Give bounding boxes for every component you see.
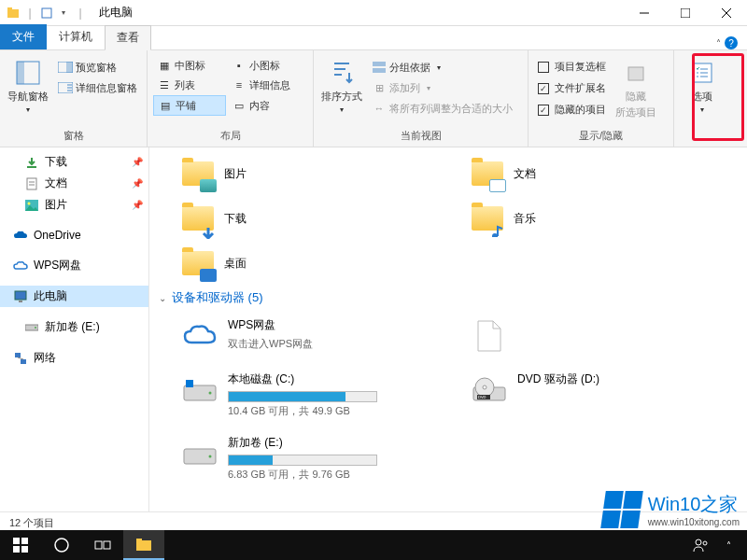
small-icons-icon: ▪ (232, 58, 247, 73)
tray-chevron-icon[interactable]: ˄ (717, 530, 740, 560)
svg-rect-54 (13, 546, 20, 553)
folder-music[interactable]: 音乐 (467, 198, 738, 239)
ribbon: 导航窗格 ▾ 预览窗格 详细信息窗格 窗格 ▦中图标 ▪小图标 ☰列表 ≡详细信… (0, 50, 747, 147)
nav-downloads[interactable]: 下载📌 (0, 151, 148, 173)
list-icon: ☰ (157, 77, 172, 92)
checkbox-checked-icon: ✓ (538, 105, 549, 116)
svg-rect-10 (66, 62, 73, 73)
tab-computer[interactable]: 计算机 (47, 24, 105, 49)
group-label-view: 当前视图 (319, 127, 522, 145)
sort-button[interactable]: 排序方式 ▾ (319, 54, 364, 114)
explorer-icon (6, 6, 21, 21)
checkbox-icon (538, 62, 549, 73)
help-icon[interactable]: ? (725, 36, 738, 49)
svg-rect-44 (186, 380, 193, 387)
disk-icon (181, 371, 218, 409)
close-button[interactable] (706, 0, 747, 26)
group-label-layout: 布局 (153, 127, 307, 145)
checkbox-extensions[interactable]: ✓文件扩展名 (534, 79, 610, 97)
disk-icon (181, 435, 218, 472)
pin-icon: 📌 (132, 200, 143, 210)
item-count: 12 个项目 (9, 516, 54, 530)
chevron-down-icon: ▾ (700, 105, 704, 114)
svg-rect-0 (7, 9, 19, 18)
collapse-ribbon-icon[interactable]: ˄ (716, 38, 721, 49)
nav-documents[interactable]: 文档📌 (0, 173, 148, 194)
svg-rect-38 (15, 353, 21, 357)
layout-list[interactable]: ☰列表 (153, 76, 226, 94)
layout-small[interactable]: ▪小图标 (228, 56, 301, 75)
cortana-button[interactable] (41, 530, 82, 560)
group-by-button[interactable]: 分组依据▾ (368, 58, 516, 77)
folder-icon (181, 202, 215, 235)
group-icon (372, 60, 387, 75)
fit-columns-button[interactable]: ↔将所有列调整为合适的大小 (368, 99, 516, 118)
details-icon: ≡ (232, 77, 247, 92)
onedrive-icon (13, 228, 28, 243)
layout-content[interactable]: ▭内容 (228, 95, 301, 116)
nav-thispc[interactable]: 此电脑 (0, 286, 148, 307)
folder-desktop[interactable]: 桌面 (177, 243, 448, 284)
qat-dropdown-icon[interactable]: ▾ (56, 6, 71, 21)
hide-selected-button[interactable]: 隐藏 所选项目 (613, 54, 658, 119)
svg-rect-55 (21, 546, 28, 553)
nav-volume-e[interactable]: 新加卷 (E:) (0, 316, 148, 338)
folder-downloads[interactable]: 下载 (177, 198, 448, 239)
taskview-button[interactable] (82, 530, 123, 560)
drive-e[interactable]: 新加卷 (E:)6.83 GB 可用，共 9.76 GB (177, 431, 448, 485)
nav-onedrive[interactable]: OneDrive (0, 225, 148, 245)
svg-rect-57 (95, 541, 102, 549)
layout-details[interactable]: ≡详细信息 (228, 76, 301, 94)
checkbox-hidden-items[interactable]: ✓隐藏的项目 (534, 101, 610, 119)
svg-point-43 (209, 392, 212, 395)
options-button[interactable]: 选项 ▾ (680, 54, 725, 114)
tab-file[interactable]: 文件 (0, 24, 47, 49)
nav-network[interactable]: 网络 (0, 347, 148, 369)
maximize-button[interactable] (665, 0, 706, 26)
folder-icon (181, 246, 215, 280)
qat-properties-icon[interactable] (39, 6, 54, 21)
nav-pane-button[interactable]: 导航窗格 ▾ (6, 54, 50, 114)
svg-point-47 (483, 385, 486, 389)
svg-line-40 (18, 357, 23, 359)
taskbar: ˄ (0, 530, 747, 560)
network-icon (13, 351, 28, 366)
nav-wps[interactable]: WPS网盘 (0, 255, 148, 276)
qat-divider: | (22, 6, 37, 21)
people-button[interactable] (685, 530, 717, 560)
layout-tiles[interactable]: ▤平铺 (153, 95, 226, 116)
folder-documents[interactable]: 文档 (467, 153, 738, 194)
svg-rect-35 (19, 301, 22, 302)
drive-wps[interactable]: WPS网盘双击进入WPS网盘 (177, 314, 448, 358)
details-pane-button[interactable]: 详细信息窗格 (54, 78, 141, 97)
downloads-icon (24, 155, 39, 170)
drive-blank-file[interactable] (467, 314, 738, 358)
nav-pane-icon (13, 58, 43, 88)
preview-pane-button[interactable]: 预览窗格 (54, 58, 141, 77)
layout-medium[interactable]: ▦中图标 (153, 56, 226, 75)
checkbox-item-checkboxes[interactable]: 项目复选框 (534, 58, 610, 76)
drive-dvd[interactable]: DVD DVD 驱动器 (D:) (467, 368, 738, 422)
pin-icon: 📌 (132, 178, 143, 189)
drive-c[interactable]: 本地磁盘 (C:)10.4 GB 可用，共 49.9 GB (177, 368, 448, 422)
content-icon: ▭ (232, 98, 247, 113)
hide-icon (621, 58, 651, 88)
add-columns-button[interactable]: ⊞添加列▾ (368, 78, 516, 97)
svg-point-56 (55, 539, 68, 552)
devices-header[interactable]: ⌄设备和驱动器 (5) (159, 284, 738, 314)
svg-rect-52 (13, 538, 20, 544)
window-title: 此电脑 (93, 5, 133, 21)
svg-rect-4 (681, 8, 690, 18)
start-button[interactable] (0, 530, 41, 560)
svg-rect-34 (15, 291, 26, 300)
tab-view[interactable]: 查看 (105, 25, 151, 50)
content-area: 下载📌 文档📌 图片📌 OneDrive WPS网盘 此电脑 新加卷 (E:) … (0, 147, 747, 511)
minimize-button[interactable] (624, 0, 665, 26)
svg-rect-20 (628, 67, 643, 80)
main-pane: 图片 文档 下载 音乐 桌面 ⌄设备和驱动器 (5) WPS网盘双击进入WPS网… (149, 147, 747, 511)
folder-pictures[interactable]: 图片 (177, 153, 448, 194)
svg-rect-59 (136, 540, 151, 551)
taskbar-explorer[interactable] (123, 530, 164, 560)
usage-bar (228, 391, 377, 402)
nav-pictures[interactable]: 图片📌 (0, 194, 148, 216)
